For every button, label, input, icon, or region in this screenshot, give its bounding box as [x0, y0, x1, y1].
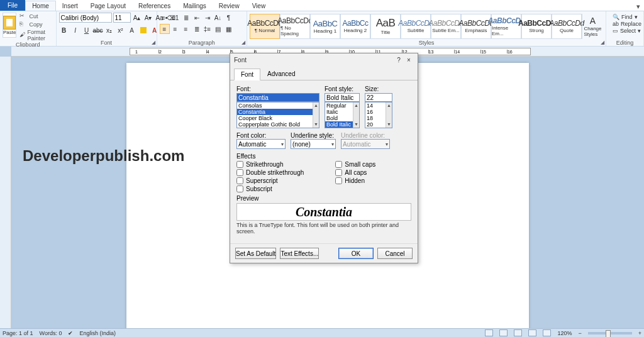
status-words[interactable]: Words: 0 [40, 330, 62, 336]
zoom-level[interactable]: 120% [557, 330, 572, 336]
effect-small-caps[interactable]: Small caps [335, 161, 375, 168]
ribbon-collapse-icon[interactable]: ▾ [633, 3, 644, 11]
replace-button[interactable]: abReplace [611, 21, 643, 27]
paste-button[interactable]: Paste [3, 13, 16, 38]
font-style-listbox[interactable]: RegularItalicBoldBold Italic▲▼ [325, 102, 360, 128]
view-outline-button[interactable] [528, 329, 536, 336]
bold-button[interactable]: B [59, 25, 69, 35]
bullets-button[interactable]: ≡• [160, 13, 170, 23]
format-painter-button[interactable]: 🖌Format Painter [18, 29, 53, 41]
style-quote[interactable]: AaBbCcDdQuote [552, 14, 582, 39]
underline-style-combo[interactable]: (none)▾ [291, 139, 336, 149]
zoom-slider[interactable] [588, 332, 632, 334]
view-web-button[interactable] [514, 329, 522, 336]
scrollbar[interactable]: ▲▼ [386, 102, 392, 128]
dialog-titlebar[interactable]: Font ? × [230, 53, 418, 66]
dialog-close-button[interactable]: × [404, 57, 414, 64]
font-color-combo[interactable]: Automatic▾ [236, 139, 286, 149]
status-language[interactable]: English (India) [79, 330, 116, 336]
align-right-button[interactable]: ≡ [181, 24, 191, 34]
list-item[interactable]: Copperplate Gothic Bold [237, 121, 319, 128]
font-size-select[interactable] [113, 13, 131, 23]
tab-references[interactable]: References [132, 1, 177, 11]
text-effects-button[interactable]: A [127, 25, 137, 35]
vertical-ruler[interactable] [0, 57, 11, 328]
spell-check-icon[interactable]: ✔ [68, 330, 73, 336]
line-spacing-button[interactable]: ‡≡ [203, 24, 213, 34]
effect-all-caps[interactable]: All caps [335, 169, 375, 176]
highlight-button[interactable] [138, 25, 148, 35]
decrease-indent-button[interactable]: ⇤ [192, 13, 202, 23]
tab-insert[interactable]: Insert [56, 1, 84, 11]
dialog-tab-font[interactable]: Font [234, 69, 260, 80]
tab-file[interactable]: File [0, 0, 25, 11]
style-heading-1[interactable]: AaBbCHeading 1 [310, 14, 340, 39]
size-input[interactable] [365, 93, 392, 102]
font-input[interactable] [236, 93, 319, 102]
style-intense-em-[interactable]: AaBbCcDdIntense Em... [491, 14, 521, 39]
effect-subscript[interactable]: Subscript [236, 185, 304, 192]
set-default-button[interactable]: Set As Default [235, 248, 276, 259]
list-item[interactable]: Cooper Black [237, 115, 319, 121]
view-draft-button[interactable] [543, 329, 551, 336]
tab-view[interactable]: View [246, 1, 272, 11]
list-item[interactable]: 22 [365, 128, 392, 128]
tab-page-layout[interactable]: Page Layout [84, 1, 132, 11]
tab-review[interactable]: Review [213, 1, 246, 11]
increase-indent-button[interactable]: ⇥ [203, 13, 213, 23]
align-center-button[interactable]: ≡ [170, 24, 180, 34]
cut-button[interactable]: ✂Cut [18, 13, 53, 20]
numbering-button[interactable]: ≡1 [170, 13, 180, 23]
list-item[interactable]: Consolas [237, 102, 319, 109]
find-button[interactable]: 🔍Find ▾ [611, 14, 639, 20]
paragraph-launcher-icon[interactable]: ◢ [242, 40, 245, 45]
italic-button[interactable]: I [70, 25, 80, 35]
style-title[interactable]: AaBTitle [370, 14, 401, 39]
size-listbox[interactable]: 1416182022▲▼ [365, 102, 392, 128]
effect-strikethrough[interactable]: Strikethrough [236, 161, 304, 168]
shading-button[interactable]: ▤ [213, 24, 223, 34]
font-listbox[interactable]: ConsolasConstantiaCooper BlackCopperplat… [236, 102, 319, 128]
ok-button[interactable]: OK [338, 248, 374, 259]
grow-font-button[interactable]: A▴ [132, 13, 142, 23]
effect-double-strikethrough[interactable]: Double strikethrough [236, 169, 304, 176]
status-page[interactable]: Page: 1 of 1 [3, 330, 33, 336]
list-item[interactable]: Copperplate Gothic Light [237, 128, 319, 128]
font-name-select[interactable] [59, 13, 112, 23]
zoom-in-button[interactable]: + [638, 330, 641, 336]
change-styles-button[interactable]: AChange Styles [582, 14, 603, 39]
align-left-button[interactable]: ≡ [160, 24, 170, 34]
view-print-layout-button[interactable] [485, 329, 493, 336]
multilevel-button[interactable]: ≣ [181, 13, 191, 23]
justify-button[interactable]: ≣ [192, 24, 202, 34]
text-effects-button-dlg[interactable]: Text Effects... [280, 248, 319, 259]
tab-home[interactable]: Home [25, 1, 56, 11]
styles-launcher-icon[interactable]: ◢ [601, 40, 604, 45]
style-strong[interactable]: AaBbCcDcStrong [521, 14, 552, 39]
dialog-tab-advanced[interactable]: Advanced [260, 68, 302, 80]
effect-hidden[interactable]: Hidden [335, 177, 375, 184]
effect-superscript[interactable]: Superscript [236, 177, 304, 184]
scrollbar[interactable]: ▲▼ [353, 102, 359, 128]
superscript-button[interactable]: x² [116, 25, 126, 35]
font-launcher-icon[interactable]: ◢ [152, 40, 155, 45]
view-full-read-button[interactable] [499, 329, 508, 336]
tab-mailings[interactable]: Mailings [177, 1, 213, 11]
show-marks-button[interactable]: ¶ [224, 13, 234, 23]
underline-button[interactable]: U [82, 25, 92, 35]
dialog-help-button[interactable]: ? [394, 57, 404, 64]
sort-button[interactable]: A↓ [213, 13, 223, 23]
select-button[interactable]: ▭Select ▾ [611, 28, 642, 34]
subscript-button[interactable]: x₂ [104, 25, 114, 35]
style--no-spacing[interactable]: AaBbCcDd¶ No Spacing [280, 14, 310, 39]
borders-button[interactable]: ▦ [224, 24, 234, 34]
style--normal[interactable]: AaBbCcDd¶ Normal [250, 14, 280, 39]
zoom-out-button[interactable]: − [578, 330, 581, 336]
copy-button[interactable]: ⎘Copy [18, 21, 53, 28]
style-subtle-em-[interactable]: AaBbCcDdSubtle Em... [431, 14, 461, 39]
style-heading-2[interactable]: AaBbCcHeading 2 [340, 14, 370, 39]
cancel-button[interactable]: Cancel [377, 248, 413, 259]
style-emphasis[interactable]: AaBbCcDdEmphasis [461, 14, 491, 39]
strikethrough-button[interactable]: abc [93, 25, 103, 35]
list-item[interactable]: Constantia [237, 109, 319, 115]
